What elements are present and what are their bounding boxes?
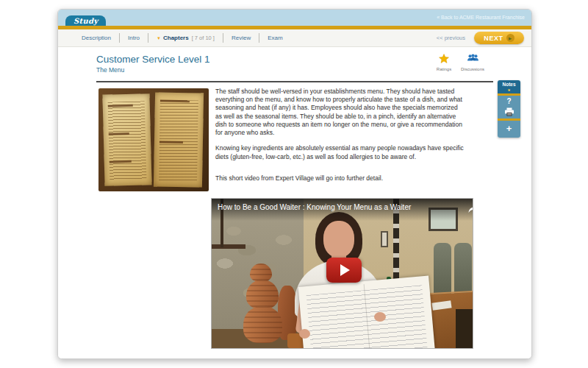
play-button[interactable] [326,258,362,283]
chapter-nav-bar: Description Intro ▼Chapters[ 7 of 10 ] R… [58,29,531,47]
notes-header[interactable]: Notes [498,80,520,88]
paragraph: Knowing key ingredients are absolutely e… [215,144,465,160]
help-button[interactable]: ? [506,98,511,105]
video-title-overlay: How to Be a Good Waiter : Knowing Your M… [212,199,473,221]
presenter-hand [299,329,310,339]
brand-logo[interactable]: Study [65,15,106,26]
play-icon [340,264,350,276]
video-scene-shelf [212,244,245,249]
booth-seat [454,243,472,296]
clay-pot [243,306,282,343]
ratings-label: Ratings [431,67,457,71]
next-button-label: NEXT [484,35,503,42]
chevron-down-icon: ▼ [157,36,161,40]
menu-image [98,88,209,191]
lesson-text: The staff should be well-versed in your … [215,88,465,190]
video-player[interactable]: How to Be a Good Waiter : Knowing Your M… [212,199,473,348]
previous-link[interactable]: << previous [437,35,465,41]
add-note-button[interactable]: + [506,123,512,135]
discussions-label: Discussions [459,67,486,71]
title-divider [96,81,493,82]
presenter-menu-sheet [298,275,436,348]
lms-window: Study « Back to ACME Restaurant Franchis… [57,9,532,359]
video-scene-chair [456,309,473,348]
discussions-people-icon [467,54,479,63]
top-header: Study « Back to ACME Restaurant Franchis… [58,10,531,26]
tab-chapters-label: Chapters [163,35,189,41]
star-icon [439,54,449,63]
video-scene-certificate [381,231,388,247]
ratings-button[interactable]: Ratings [431,53,457,71]
tab-chapters[interactable]: ▼Chapters[ 7 of 10 ] [148,35,223,41]
booth-seat [434,243,451,296]
menu-image-right-page [154,92,204,187]
paragraph: This short video from Expert Village wil… [215,174,465,183]
lesson-content: Customer Service Level 1 The Menu Rating… [58,47,531,359]
presenter-hand [374,312,386,322]
printer-icon [504,107,514,116]
page-title: Customer Service Level 1 [96,54,210,65]
share-arrow-icon [467,203,473,213]
next-arrow-icon: ▶ [506,34,514,42]
clay-pot [246,280,279,309]
tab-exam[interactable]: Exam [259,35,290,41]
discussions-button[interactable]: Discussions [459,53,486,71]
paragraph: The staff should be well-versed in your … [215,88,465,137]
menu-image-left-page [102,93,151,186]
chapters-progress: [ 7 of 10 ] [192,35,215,41]
tab-description[interactable]: Description [74,35,119,41]
video-title: How to Be a Good Waiter : Knowing Your M… [218,203,411,211]
tab-intro[interactable]: Intro [120,35,148,41]
page-subtitle: The Menu [96,66,124,74]
presenter-face [323,221,354,258]
next-button[interactable]: NEXT ▶ [474,32,524,44]
print-button[interactable] [504,107,514,116]
back-to-course-link[interactable]: « Back to ACME Restaurant Franchise [437,15,525,20]
tab-review[interactable]: Review [223,35,259,41]
notes-toolbar: Notes ★ ? + [498,80,520,138]
notes-star-icon: ★ [498,88,520,93]
